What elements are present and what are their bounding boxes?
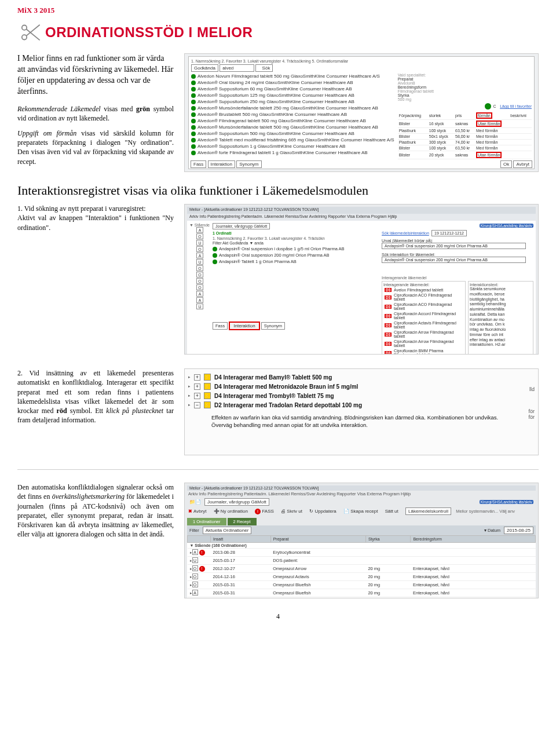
green-c-icon [485,103,491,109]
synonym-button[interactable]: Synonym [236,160,261,168]
date-select[interactable]: 2015-08-25 [504,527,533,534]
warning-icon: ⚡ [204,392,211,399]
scissors-icon [17,20,43,45]
skapa-recept-button[interactable]: 📄 Skapa recept [343,509,378,514]
cancel-button[interactable]: Avbryt [513,160,532,168]
fass-button[interactable]: Fass [191,160,206,168]
screenshot-aktuella-ordinationer: Melior - [Aktuella ordinationer 19 12121… [184,483,539,598]
filter-select[interactable]: Aktuella Ordinationer [203,527,252,534]
expand-plus-icon[interactable]: + [194,393,200,399]
uppdatera-button[interactable]: ↻ Uppdatera [309,509,336,514]
warning-icon: ⚡ [204,383,211,390]
skriv-ut-button[interactable]: 🖨 Skriv ut [281,509,302,514]
screenshot-konfliktdialog: ▸+⚡D4 Interagerar med Bamyl® Tablett 500… [184,368,539,455]
expand-plus-icon[interactable]: + [194,374,200,381]
expand-plus-icon[interactable]: − [194,402,200,408]
interaktion-button[interactable]: Interaktion [208,160,235,168]
satt-ut-button[interactable]: Sätt ut [385,509,398,514]
ny-ordination-button[interactable]: ➕Ny ordination [214,509,248,514]
section-2-text: 2. Vid insättning av ett läkemedel prese… [17,368,174,455]
svg-point-0 [22,25,27,30]
interaktion-highlighted-button[interactable]: Interaktion [229,322,259,330]
red-warning-icon: ! [199,566,205,572]
fass-button[interactable]: i FASS [255,509,274,514]
tab-recept[interactable]: 2 Recept [228,518,257,525]
ok-button[interactable]: Ok [500,160,512,168]
expand-plus-icon[interactable]: + [194,384,200,390]
intro-p1: Rekommenderade Läkemedel visas med grön … [17,104,174,123]
issue-tag: MiX 3 2015 [17,0,539,20]
section-heading: Interaktionsregistret visas via olika fu… [17,182,539,199]
avbryt-button[interactable]: ✖Avbryt [188,509,207,514]
intro-p2: Uppgift om förmån visas vid särskild kol… [17,129,174,166]
svg-point-1 [22,35,27,39]
tab-ordinationer[interactable]: 1 Ordinationer [187,518,226,525]
warning-icon: ⚡ [204,374,211,381]
section-3-text: Den automatiska konfliktdialogen signale… [17,483,174,598]
section-1-text: 1. Vid sökning av nytt preparat i varure… [17,204,174,355]
red-warning-icon: ! [199,550,205,556]
page-number: 4 [17,612,539,621]
warning-icon: ⚡ [204,401,211,408]
page-title: ORDINATIONSSTÖD I MELIOR [45,24,253,41]
title-row: ORDINATIONSSTÖD I MELIOR [17,20,539,45]
screenshot-ny-ordination: 1. Namnsökning 2. Favoriter 3. Lokalt va… [184,53,539,172]
lakemedelskontroll-select[interactable]: Läkemedelskontroll [405,507,451,515]
lead-paragraph: I Melior finns en rad funktioner som är … [17,53,174,97]
screenshot-interaktion-search: Melior - [Aktuella ordinationer 19 12121… [184,204,539,355]
